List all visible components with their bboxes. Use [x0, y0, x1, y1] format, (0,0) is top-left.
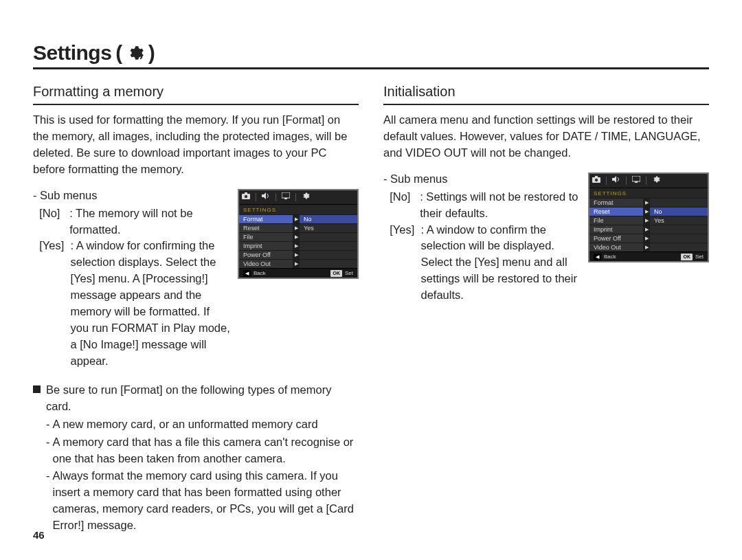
menu-row-value: Yes [650, 216, 708, 225]
gear-icon [126, 44, 144, 62]
camera-icon [592, 176, 600, 186]
right-submenus: - Sub menus [No] : Settings will not be … [383, 171, 581, 304]
submenus-label: - Sub menus [33, 188, 231, 204]
menu-row: Format▶ [589, 198, 708, 207]
back-arrow-icon: ◀ [594, 254, 601, 260]
page-title: Settings [33, 41, 111, 65]
menu-row: Format▶No [239, 214, 357, 223]
chevron-right-icon: ▶ [293, 242, 300, 250]
menu-row-value [300, 260, 357, 268]
chevron-right-icon: ▶ [293, 233, 300, 241]
svg-rect-5 [284, 198, 287, 199]
menu-row: Reset▶No [589, 207, 708, 216]
left-tips: Be sure to run [Format] on the following… [33, 382, 359, 534]
menu-row-label: Imprint [239, 242, 293, 250]
screen-footer: ◀ Back OK Set [239, 268, 357, 278]
menu-row: File▶ [239, 232, 357, 241]
tip3: Always format the memory card using this… [53, 468, 359, 534]
screen-rows: Format▶NoReset▶YesFile▶Imprint▶Power Off… [239, 214, 357, 268]
svg-rect-11 [635, 181, 638, 183]
chevron-right-icon: ▶ [643, 216, 650, 225]
chevron-right-icon: ▶ [643, 234, 650, 243]
right-screen-figure: SETTINGS Format▶Reset▶NoFile▶YesImprint▶… [588, 172, 709, 263]
menu-row-label: File [239, 233, 293, 241]
opt-no-val: : The memory will not be formatted. [69, 205, 231, 238]
gear-tab-icon [652, 175, 660, 186]
sound-icon [612, 176, 620, 186]
menu-row: File▶Yes [589, 216, 708, 225]
screen-tabs [589, 174, 708, 188]
footer-ok: OK [681, 254, 693, 260]
menu-row-value [650, 225, 708, 234]
chevron-right-icon: ▶ [293, 215, 300, 223]
left-opt-no: [No] : The memory will not be formatted. [33, 205, 231, 238]
opt-yes-key: [Yes] [383, 222, 420, 304]
back-arrow-icon: ◀ [243, 270, 251, 277]
menu-row-label: Power Off [239, 251, 293, 259]
menu-row-label: Reset [589, 208, 643, 216]
left-opt-yes: [Yes] : A window for confirming the sele… [33, 238, 231, 369]
menu-row-value [300, 251, 357, 259]
camera-icon [242, 192, 250, 202]
screen-tabs [239, 190, 357, 205]
right-heading: Initialisation [383, 82, 709, 105]
menu-row-label: Format [239, 215, 293, 223]
svg-point-8 [595, 179, 598, 181]
right-opt-no: [No] : Settings will not be restored to … [383, 189, 581, 222]
right-intro: All camera menu and function settings wi… [383, 112, 709, 161]
menu-row-value [650, 234, 708, 243]
menu-row-label: Video Out [239, 260, 293, 268]
menu-row: Imprint▶ [239, 241, 357, 250]
screen-title: SETTINGS [589, 188, 708, 199]
menu-row: Reset▶Yes [239, 223, 357, 232]
left-intro: This is used for formatting the memory. … [33, 112, 359, 178]
screen-rows: Format▶Reset▶NoFile▶YesImprint▶Power Off… [589, 198, 708, 251]
menu-row-value [300, 242, 357, 250]
left-heading: Formatting a memory [33, 82, 359, 105]
menu-row-label: Imprint [589, 225, 643, 234]
footer-back: Back [254, 269, 266, 278]
page-number: 46 [33, 529, 45, 541]
svg-rect-10 [632, 176, 640, 181]
menu-row-value: Yes [300, 224, 357, 232]
tip-head-text: Be sure to run [Format] on the following… [46, 382, 359, 415]
display-icon [632, 176, 640, 186]
opt-yes-val: : A window to confirm the selection will… [420, 222, 581, 304]
menu-row: Imprint▶ [589, 225, 708, 234]
svg-point-2 [245, 194, 247, 197]
screen-title: SETTINGS [239, 205, 357, 215]
chevron-right-icon: ▶ [643, 243, 650, 251]
square-bullet-icon [33, 385, 41, 393]
footer-set: Set [695, 253, 704, 261]
chevron-right-icon: ▶ [643, 208, 650, 216]
opt-no-key: [No] [33, 205, 69, 238]
gear-tab-icon [302, 192, 310, 203]
chevron-right-icon: ▶ [643, 199, 650, 207]
menu-row: Video Out▶ [239, 259, 357, 268]
title-paren-open: ( [115, 41, 122, 65]
footer-set: Set [345, 269, 353, 278]
menu-row-value: No [300, 215, 357, 223]
page-title-bar: Settings ( ) [33, 41, 709, 69]
menu-row-label: File [589, 216, 643, 225]
menu-row-label: Reset [239, 224, 293, 232]
menu-row-label: Video Out [589, 243, 643, 251]
tip1: A new memory card, or an unformatted mem… [53, 416, 318, 433]
footer-ok: OK [330, 270, 342, 277]
left-screen-figure: SETTINGS Format▶NoReset▶YesFile▶Imprint▶… [238, 189, 359, 280]
right-column: Initialisation All camera menu and funct… [383, 82, 709, 534]
svg-marker-9 [612, 176, 616, 183]
footer-back: Back [604, 253, 616, 261]
menu-row-value [300, 233, 357, 241]
submenus-label: - Sub menus [383, 171, 581, 188]
menu-row: Video Out▶ [589, 243, 708, 251]
svg-rect-1 [245, 192, 247, 194]
tip2: A memory card that has a file this camer… [53, 434, 359, 467]
screen-footer: ◀ Back OK Set [589, 251, 708, 261]
opt-no-val: : Settings will not be restored to their… [420, 189, 581, 222]
menu-row-value: No [650, 208, 708, 216]
svg-marker-3 [262, 192, 266, 199]
chevron-right-icon: ▶ [293, 260, 300, 268]
display-icon [282, 192, 290, 202]
title-paren-close: ) [148, 41, 155, 65]
